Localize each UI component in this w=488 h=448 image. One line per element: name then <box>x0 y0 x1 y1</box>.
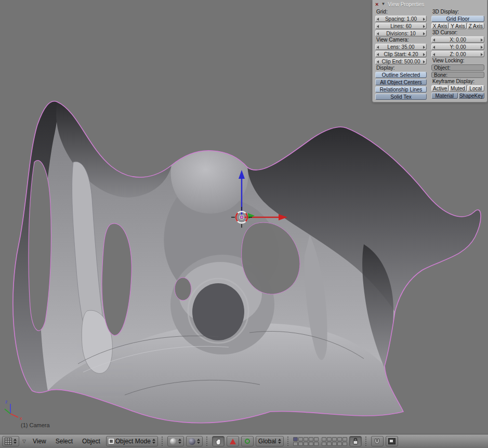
x-axis-toggle[interactable]: X Axis <box>431 23 449 29</box>
view-menu[interactable]: View <box>29 434 50 448</box>
layer-toggle[interactable] <box>342 442 347 446</box>
decrement-arrow-icon[interactable] <box>377 53 379 56</box>
manipulator-hand-toggle[interactable] <box>212 436 225 446</box>
editor-type-select[interactable] <box>2 436 19 446</box>
grid-spacing-field[interactable]: Spacing: 1.00 <box>375 16 427 22</box>
lock-layers-toggle[interactable] <box>349 436 362 446</box>
decrement-arrow-icon[interactable] <box>433 53 435 56</box>
solid-tex-toggle[interactable]: Solid Tex <box>375 94 427 100</box>
grid-floor-toggle[interactable]: Grid Floor <box>431 16 484 22</box>
lock-bone-field[interactable]: Bone: <box>431 72 484 78</box>
layer-toggle[interactable] <box>293 442 298 446</box>
hand-icon <box>215 438 222 445</box>
increment-arrow-icon[interactable] <box>481 53 483 56</box>
clip-start-field[interactable]: Clip Start: 4.20 <box>375 51 427 57</box>
layer-toggle[interactable] <box>332 437 337 441</box>
keyframe-local-toggle[interactable]: Local <box>467 85 484 91</box>
outline-selected-toggle[interactable]: Outline Selected <box>375 72 427 78</box>
grid-divisions-field[interactable]: Divisions: 10 <box>375 30 427 36</box>
relationship-lines-toggle[interactable]: Relationship Lines <box>375 86 427 93</box>
decrement-arrow-icon[interactable] <box>377 46 379 49</box>
y-axis-label: Y Axis <box>451 23 465 29</box>
layer-buttons <box>293 437 347 446</box>
layer-toggle[interactable] <box>327 442 332 446</box>
increment-arrow-icon[interactable] <box>481 38 483 42</box>
keyframe-muted-toggle[interactable]: Muted <box>449 85 466 91</box>
layer-toggle[interactable] <box>322 442 326 446</box>
collapse-icon[interactable]: ▼ <box>381 1 385 7</box>
increment-arrow-icon[interactable] <box>423 46 425 49</box>
rotate-circle-icon <box>245 439 250 444</box>
layer-toggle[interactable] <box>309 442 313 446</box>
decrement-arrow-icon[interactable] <box>377 25 379 28</box>
select-menu[interactable]: Select <box>52 434 76 448</box>
keyframe-shapekey-label: ShapeKey <box>459 93 483 99</box>
cursor-y-field[interactable]: Y: 0.00 <box>431 44 484 50</box>
relationship-lines-label: Relationship Lines <box>380 87 423 93</box>
z-axis-label: Z Axis <box>469 23 483 29</box>
layer-toggle[interactable] <box>327 437 332 441</box>
keyframe-active-toggle[interactable]: Active <box>431 85 449 91</box>
decrement-arrow-icon[interactable] <box>433 38 435 42</box>
layer-toggle[interactable] <box>322 437 326 441</box>
layer-toggle[interactable] <box>314 437 319 441</box>
keyframe-display-label: Keyframe Display: <box>431 79 484 84</box>
layer-toggle[interactable] <box>337 442 342 446</box>
z-axis-toggle[interactable]: Z Axis <box>467 23 484 29</box>
layer-toggle[interactable] <box>309 437 313 441</box>
header-pulldown-icon[interactable]: ▽ <box>21 439 27 444</box>
decrement-arrow-icon[interactable] <box>433 46 435 49</box>
layer-toggle[interactable] <box>298 437 303 441</box>
panel-title: View Properties <box>388 2 424 7</box>
keyframe-shapekey-toggle[interactable]: ShapeKey <box>458 93 485 99</box>
mode-select[interactable]: Object Mode <box>106 436 158 446</box>
keyframe-muted-label: Muted <box>451 86 465 91</box>
draw-type-sphere-icon <box>170 438 177 445</box>
layer-toggle[interactable] <box>304 442 308 446</box>
decrement-arrow-icon[interactable] <box>377 32 379 35</box>
lock-bone-label: Bone: <box>434 72 447 78</box>
layer-toggle[interactable] <box>293 437 298 441</box>
snap-button[interactable] <box>371 436 384 446</box>
layer-toggle[interactable] <box>342 437 347 441</box>
manipulator-translate-toggle[interactable] <box>227 436 239 446</box>
layer-toggle[interactable] <box>314 442 319 446</box>
layer-toggle[interactable] <box>298 442 303 446</box>
pivot-select[interactable] <box>186 436 203 446</box>
mesh-object[interactable] <box>13 101 481 423</box>
mesh-hole-small <box>175 278 191 300</box>
layer-toggle[interactable] <box>304 437 308 441</box>
increment-arrow-icon[interactable] <box>423 32 425 35</box>
increment-arrow-icon[interactable] <box>423 25 425 28</box>
lock-object-field[interactable]: Object: <box>431 64 484 71</box>
render-preview-button[interactable] <box>386 436 398 446</box>
manipulator-rotate-toggle[interactable] <box>241 436 254 446</box>
draw-type-select[interactable] <box>167 436 184 446</box>
increment-arrow-icon[interactable] <box>423 53 425 56</box>
solid-tex-label: Solid Tex <box>390 94 411 100</box>
object-menu[interactable]: Object <box>78 434 104 448</box>
object-mode-icon <box>109 439 114 444</box>
grid-lines-field[interactable]: Lines: 60 <box>375 23 427 29</box>
cursor-y-value: Y: 0.00 <box>450 44 466 50</box>
layer-toggle[interactable] <box>332 442 337 446</box>
dropdown-arrows-icon <box>152 439 155 444</box>
clip-end-field[interactable]: Clip End: 500.00 <box>375 58 427 64</box>
orientation-select[interactable]: Global <box>256 436 284 446</box>
layer-toggle[interactable] <box>337 437 342 441</box>
grid-floor-label: Grid Floor <box>446 16 469 22</box>
viewport-header-bar: ▽ View Select Object Object Mode Global <box>0 434 488 448</box>
increment-arrow-icon[interactable] <box>481 46 483 49</box>
dropdown-arrows-icon <box>197 439 200 444</box>
cursor-x-field[interactable]: X: 0.00 <box>431 36 484 43</box>
lens-field[interactable]: Lens: 35.00 <box>375 44 427 50</box>
increment-arrow-icon[interactable] <box>423 18 425 21</box>
y-axis-toggle[interactable]: Y Axis <box>449 23 466 29</box>
keyframe-material-toggle[interactable]: Material <box>431 93 458 99</box>
close-icon[interactable]: × <box>375 1 378 7</box>
decrement-arrow-icon[interactable] <box>377 18 379 21</box>
all-object-centers-toggle[interactable]: All Object Centers <box>375 79 427 85</box>
decrement-arrow-icon[interactable] <box>377 60 379 63</box>
increment-arrow-icon[interactable] <box>423 60 425 63</box>
cursor-z-field[interactable]: Z: 0.00 <box>431 51 484 57</box>
